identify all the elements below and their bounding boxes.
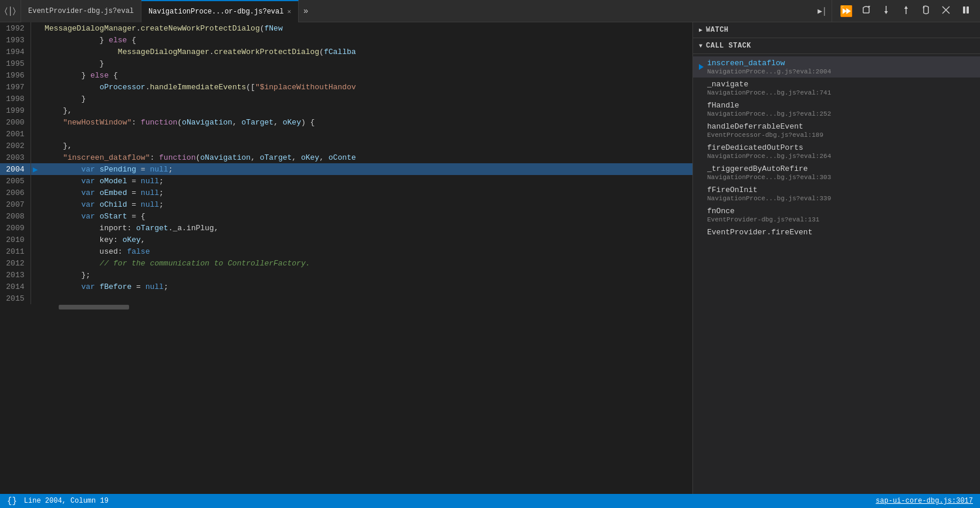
tab-label-eventprovider: EventProvider-dbg.js?eval [28, 7, 134, 15]
tab-label-navprocessor: NavigationProce...or-dbg.js?eval [148, 8, 283, 16]
svg-marker-5 [884, 11, 888, 14]
line-number: 1997 [0, 81, 31, 93]
stack-item[interactable]: fireDedicatedOutPortsNavigationProce...b… [693, 141, 980, 162]
stack-function-name: fHandle [707, 101, 974, 110]
line-arrow [31, 69, 40, 81]
step-into-icon [881, 5, 891, 18]
step-over-button[interactable] [858, 3, 874, 19]
deactivate-icon [941, 5, 951, 18]
code-line: // for the communication to ControllerFa… [40, 257, 692, 269]
line-arrow [31, 199, 40, 210]
stack-item[interactable]: inscreen_dataflowNavigationProce...g.js?… [693, 56, 980, 78]
line-number: 1992 [0, 22, 31, 34]
status-right: sap-ui-core-dbg.js:3017 [876, 497, 973, 505]
line-number: 2007 [0, 199, 31, 210]
line-arrow [31, 222, 40, 234]
code-line: var sPending = null; [40, 163, 692, 175]
line-number: 2014 [0, 281, 31, 292]
line-arrow [31, 187, 40, 199]
tab-overflow-button[interactable]: » [299, 6, 313, 16]
line-arrow [31, 292, 40, 304]
line-number: 2010 [0, 234, 31, 245]
watch-header[interactable]: ▶ Watch [693, 22, 980, 38]
brackets-icon: {} [7, 496, 17, 506]
line-arrow [31, 93, 40, 105]
code-line: used: false [40, 245, 692, 257]
restart-button[interactable] [918, 3, 934, 19]
pause-exceptions-button[interactable] [958, 3, 974, 19]
tab-close-navprocessor[interactable]: ✕ [287, 8, 291, 15]
tab-bar: 〈│〉 EventProvider-dbg.js?eval Navigation… [0, 0, 832, 22]
run-to-here-button[interactable]: ▶│ [813, 6, 832, 16]
sidebar-toggle-button[interactable]: 〈│〉 [0, 0, 21, 22]
code-line: } [40, 58, 692, 69]
line-number: 2013 [0, 269, 31, 281]
tab-navigationprocessor[interactable]: NavigationProce...or-dbg.js?eval ✕ [141, 0, 299, 22]
stack-file-location: NavigationProce...bg.js?eval:264 [707, 153, 974, 160]
stack-item[interactable]: _navigateNavigationProce...bg.js?eval:74… [693, 78, 980, 99]
stack-function-name: _navigate [707, 80, 974, 89]
code-area[interactable]: 1992MessageDialogManager.createNewWorkPr… [0, 22, 692, 494]
stack-item[interactable]: handleDeferrableEventEventProcessor-dbg.… [693, 120, 980, 141]
stack-item[interactable]: fFireOnInitNavigationProce...bg.js?eval:… [693, 183, 980, 204]
line-number: 1995 [0, 58, 31, 69]
deactivate-breakpoints-button[interactable] [938, 3, 954, 19]
call-stack-header[interactable]: ▼ Call Stack [693, 38, 980, 54]
line-number: 2015 [0, 292, 31, 304]
line-number: 2004 [0, 163, 31, 175]
code-line: } else { [40, 69, 692, 81]
debug-controls: ⏩ [832, 0, 980, 22]
line-number: 1996 [0, 69, 31, 81]
line-arrow [31, 175, 40, 187]
stack-file-location: NavigationProce...bg.js?eval:252 [707, 110, 974, 117]
line-arrow [31, 81, 40, 93]
step-over-icon [861, 5, 871, 18]
line-arrow [31, 269, 40, 281]
line-arrow [31, 210, 40, 222]
line-number: 2002 [0, 140, 31, 152]
stack-item[interactable]: fnOnceEventProvider-dbg.js?eval:131 [693, 204, 980, 226]
stack-function-name: _triggeredByAutoRefire [707, 164, 974, 173]
line-number: 2012 [0, 257, 31, 269]
line-arrow [31, 34, 40, 46]
stack-item[interactable]: fHandleNavigationProce...bg.js?eval:252 [693, 99, 980, 120]
line-number: 2008 [0, 210, 31, 222]
stack-file-location: EventProcessor-dbg.js?eval:189 [707, 132, 974, 139]
step-out-button[interactable] [898, 3, 914, 19]
stack-item[interactable]: EventProvider.fireEvent [693, 226, 980, 239]
play-pause-icon: ⏩ [840, 5, 853, 18]
line-arrow [31, 46, 40, 58]
line-number: 2011 [0, 245, 31, 257]
resume-button[interactable]: ⏩ [838, 3, 854, 19]
stack-file-location: NavigationProce...bg.js?eval:339 [707, 195, 974, 202]
file-link[interactable]: sap-ui-core-dbg.js:3017 [876, 497, 973, 505]
call-stack-list[interactable]: inscreen_dataflowNavigationProce...g.js?… [693, 54, 980, 494]
line-number: 2001 [0, 128, 31, 140]
line-arrow [31, 152, 40, 163]
line-arrow [31, 22, 40, 34]
tab-eventprovider[interactable]: EventProvider-dbg.js?eval [21, 0, 141, 22]
step-out-icon [901, 5, 911, 18]
code-line: } [40, 93, 692, 105]
step-into-button[interactable] [878, 3, 894, 19]
stack-item[interactable]: _triggeredByAutoRefireNavigationProce...… [693, 162, 980, 183]
code-line: "newHostWindow": function(oNavigation, o… [40, 116, 692, 128]
line-arrow [31, 140, 40, 152]
line-number: 2005 [0, 175, 31, 187]
horizontal-scrollbar[interactable] [0, 304, 692, 310]
callstack-collapse-icon: ▼ [699, 43, 702, 49]
line-arrow [31, 105, 40, 116]
call-stack-section: ▼ Call Stack inscreen_dataflowNavigation… [693, 38, 980, 494]
right-panel: ▶ Watch ▼ Call Stack inscreen_dataflowNa… [692, 22, 980, 494]
code-line: }, [40, 105, 692, 116]
line-arrow [31, 58, 40, 69]
chevron-right-icon: » [303, 6, 308, 16]
stack-file-location: NavigationProce...bg.js?eval:303 [707, 174, 974, 181]
h-scroll-thumb[interactable] [59, 305, 129, 309]
line-number: 2003 [0, 152, 31, 163]
line-number: 2009 [0, 222, 31, 234]
line-number: 2006 [0, 187, 31, 199]
watch-collapse-icon: ▶ [699, 26, 702, 33]
svg-rect-11 [963, 6, 965, 14]
code-line: }, [40, 140, 692, 152]
